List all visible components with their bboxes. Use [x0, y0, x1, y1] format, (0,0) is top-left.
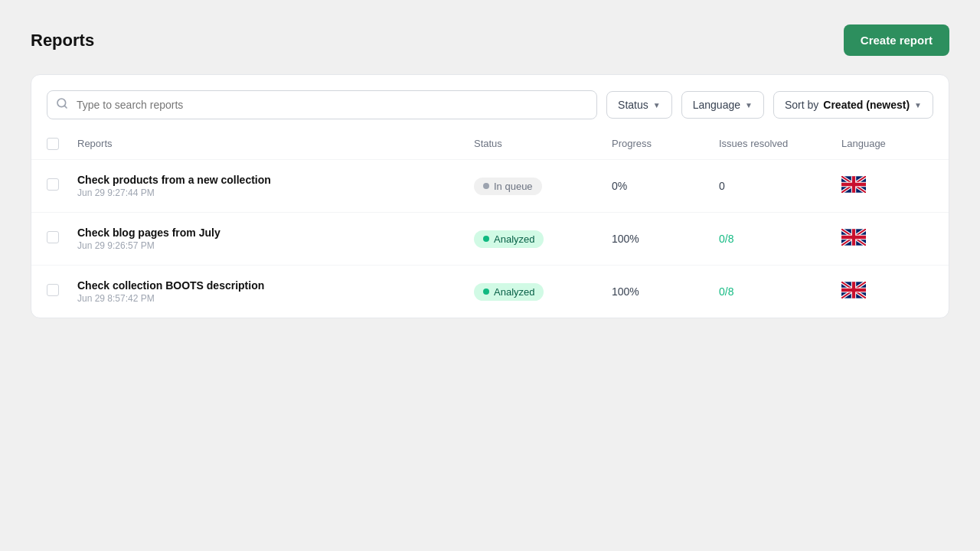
sort-button[interactable]: Sort by Created (newest) ▼	[773, 91, 933, 119]
toolbar: Status ▼ Language ▼ Sort by Created (new…	[31, 75, 949, 119]
sort-chevron-icon: ▼	[914, 101, 922, 109]
page-container: Reports Create report Status ▼ Language	[31, 24, 949, 318]
report-date-0: Jun 29 9:27:44 PM	[77, 187, 474, 198]
report-name-0: Check products from a new collection	[77, 174, 474, 186]
col-header-reports: Reports	[77, 138, 474, 153]
row-status-2: Analyzed	[474, 283, 612, 301]
page-header: Reports Create report	[31, 24, 949, 56]
table-header: Reports Status Progress Issues resolved …	[31, 132, 949, 160]
status-filter-label: Status	[618, 99, 648, 111]
search-icon	[56, 97, 68, 112]
row-checkbox-2[interactable]	[47, 284, 59, 296]
row-checkbox-0[interactable]	[47, 178, 59, 191]
language-flag-2	[841, 282, 933, 302]
status-label-0: In queue	[494, 181, 533, 192]
status-label-2: Analyzed	[494, 286, 534, 298]
col-header-issues: Issues resolved	[719, 138, 841, 153]
language-flag-1	[841, 229, 933, 249]
status-badge-1: Analyzed	[474, 230, 544, 248]
row-checkbox-cell-1	[47, 231, 77, 246]
progress-val-1: 100%	[612, 233, 719, 245]
status-badge-0: In queue	[474, 178, 542, 195]
language-filter-chevron-icon: ▼	[745, 101, 753, 109]
language-filter-label: Language	[693, 99, 740, 111]
select-all-checkbox-cell	[47, 138, 77, 153]
svg-line-1	[64, 106, 67, 108]
row-checkbox-cell-2	[47, 284, 77, 299]
sort-label-value: Created (newest)	[823, 99, 910, 111]
table-row: Check products from a new collection Jun…	[31, 160, 949, 213]
issues-val-1: 0/8	[719, 233, 841, 245]
status-filter-chevron-icon: ▼	[653, 101, 661, 109]
search-wrapper	[47, 90, 597, 119]
table-container: Reports Status Progress Issues resolved …	[31, 119, 949, 318]
col-header-status: Status	[474, 138, 612, 153]
status-dot-2	[483, 289, 489, 295]
row-report-info-2: Check collection BOOTS description Jun 2…	[77, 279, 474, 304]
report-date-2: Jun 29 8:57:42 PM	[77, 293, 474, 304]
create-report-button[interactable]: Create report	[844, 24, 949, 56]
row-checkbox-cell-0	[47, 178, 77, 194]
report-date-1: Jun 29 9:26:57 PM	[77, 240, 474, 251]
language-filter-button[interactable]: Language ▼	[681, 91, 764, 119]
issues-val-2: 0/8	[719, 285, 841, 298]
issues-val-0: 0	[719, 180, 841, 192]
row-status-1: Analyzed	[474, 230, 612, 248]
col-header-progress: Progress	[612, 138, 719, 153]
report-name-2: Check collection BOOTS description	[77, 279, 474, 292]
col-header-language: Language	[841, 138, 933, 153]
reports-card: Status ▼ Language ▼ Sort by Created (new…	[31, 74, 949, 318]
page-title: Reports	[31, 31, 94, 51]
table-row: Check collection BOOTS description Jun 2…	[31, 266, 949, 318]
status-dot-0	[483, 183, 489, 189]
progress-val-0: 0%	[612, 180, 719, 192]
report-name-1: Check blog pages from July	[77, 227, 474, 239]
row-report-info-1: Check blog pages from July Jun 29 9:26:5…	[77, 227, 474, 251]
sort-label-plain: Sort by	[785, 99, 818, 111]
language-flag-0	[841, 176, 933, 196]
status-label-1: Analyzed	[494, 233, 534, 245]
select-all-checkbox[interactable]	[47, 138, 59, 150]
table-body: Check products from a new collection Jun…	[31, 160, 949, 318]
table-row: Check blog pages from July Jun 29 9:26:5…	[31, 213, 949, 266]
status-filter-button[interactable]: Status ▼	[606, 91, 672, 119]
status-dot-1	[483, 236, 489, 242]
search-input[interactable]	[47, 90, 597, 119]
row-report-info-0: Check products from a new collection Jun…	[77, 174, 474, 198]
progress-val-2: 100%	[612, 285, 719, 298]
status-badge-2: Analyzed	[474, 283, 544, 301]
row-status-0: In queue	[474, 178, 612, 195]
row-checkbox-1[interactable]	[47, 231, 59, 243]
